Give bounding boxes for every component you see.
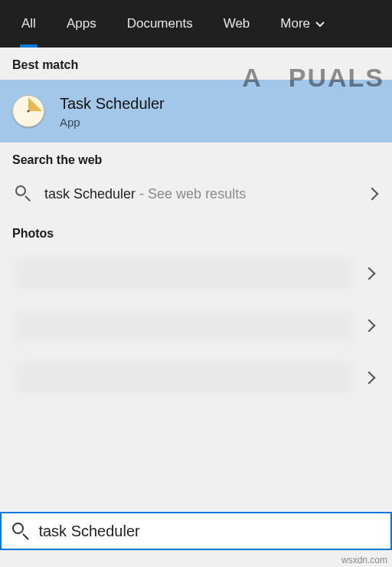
chevron-right-icon bbox=[363, 267, 376, 280]
chevron-right-icon bbox=[363, 320, 376, 333]
photo-result-row[interactable] bbox=[0, 352, 392, 403]
section-photos-label: Photos bbox=[0, 216, 392, 248]
photo-thumbnail bbox=[15, 362, 352, 394]
task-scheduler-icon bbox=[12, 95, 44, 127]
search-bar[interactable] bbox=[0, 512, 392, 550]
search-tabs: All Apps Documents Web More bbox=[0, 0, 392, 48]
web-result-hint: See web results bbox=[148, 186, 246, 202]
photo-result-row[interactable] bbox=[0, 300, 392, 351]
best-match-text: Task Scheduler App bbox=[60, 94, 165, 129]
web-result-hint-prefix: - bbox=[136, 186, 148, 202]
web-result-row[interactable]: task Scheduler - See web results bbox=[0, 175, 392, 216]
photo-result-row[interactable] bbox=[0, 248, 392, 299]
source-attribution: wsxdn.com bbox=[341, 555, 387, 565]
tab-all[interactable]: All bbox=[6, 0, 51, 48]
photo-thumbnail bbox=[15, 257, 352, 290]
tab-more[interactable]: More bbox=[265, 0, 341, 48]
chevron-down-icon bbox=[315, 18, 325, 29]
search-input[interactable] bbox=[38, 523, 380, 540]
photo-thumbnail bbox=[15, 310, 352, 342]
best-match-result[interactable]: Task Scheduler App bbox=[0, 80, 392, 143]
tab-documents[interactable]: Documents bbox=[112, 0, 208, 48]
search-icon bbox=[15, 185, 32, 202]
section-best-match-label: Best match bbox=[0, 48, 392, 80]
web-result-query: task Scheduler bbox=[44, 186, 136, 202]
search-results-panel: APUALS Best match Task Scheduler App Sea… bbox=[0, 48, 392, 501]
search-icon bbox=[12, 523, 28, 539]
tab-web[interactable]: Web bbox=[208, 0, 266, 48]
tab-more-label: More bbox=[280, 16, 310, 31]
section-search-web-label: Search the web bbox=[0, 143, 392, 175]
best-match-title: Task Scheduler bbox=[60, 94, 165, 113]
chevron-right-icon bbox=[363, 372, 376, 385]
best-match-subtitle: App bbox=[60, 116, 165, 129]
chevron-right-icon bbox=[366, 188, 379, 201]
photos-results bbox=[0, 248, 392, 403]
tab-apps[interactable]: Apps bbox=[51, 0, 112, 48]
